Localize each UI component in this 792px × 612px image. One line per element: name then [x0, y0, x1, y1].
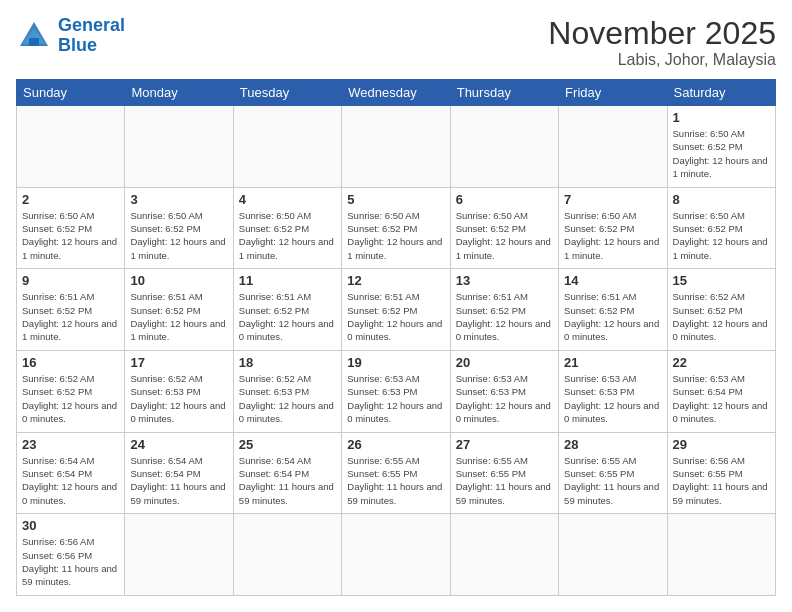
table-row: 23Sunrise: 6:54 AM Sunset: 6:54 PM Dayli…	[17, 432, 125, 514]
day-number: 22	[673, 355, 770, 370]
day-info: Sunrise: 6:56 AM Sunset: 6:56 PM Dayligh…	[22, 535, 119, 588]
day-number: 15	[673, 273, 770, 288]
day-number: 18	[239, 355, 336, 370]
day-info: Sunrise: 6:54 AM Sunset: 6:54 PM Dayligh…	[130, 454, 227, 507]
calendar-table: Sunday Monday Tuesday Wednesday Thursday…	[16, 79, 776, 596]
logo: General Blue	[16, 16, 125, 56]
col-wednesday: Wednesday	[342, 80, 450, 106]
table-row: 22Sunrise: 6:53 AM Sunset: 6:54 PM Dayli…	[667, 351, 775, 433]
day-info: Sunrise: 6:50 AM Sunset: 6:52 PM Dayligh…	[456, 209, 553, 262]
table-row	[559, 106, 667, 188]
table-row: 4Sunrise: 6:50 AM Sunset: 6:52 PM Daylig…	[233, 187, 341, 269]
table-row	[233, 514, 341, 596]
day-info: Sunrise: 6:52 AM Sunset: 6:53 PM Dayligh…	[130, 372, 227, 425]
table-row: 26Sunrise: 6:55 AM Sunset: 6:55 PM Dayli…	[342, 432, 450, 514]
table-row	[17, 106, 125, 188]
day-info: Sunrise: 6:51 AM Sunset: 6:52 PM Dayligh…	[564, 290, 661, 343]
day-info: Sunrise: 6:53 AM Sunset: 6:53 PM Dayligh…	[456, 372, 553, 425]
day-number: 16	[22, 355, 119, 370]
day-number: 2	[22, 192, 119, 207]
day-number: 1	[673, 110, 770, 125]
day-info: Sunrise: 6:51 AM Sunset: 6:52 PM Dayligh…	[456, 290, 553, 343]
day-info: Sunrise: 6:52 AM Sunset: 6:52 PM Dayligh…	[673, 290, 770, 343]
day-number: 13	[456, 273, 553, 288]
table-row: 6Sunrise: 6:50 AM Sunset: 6:52 PM Daylig…	[450, 187, 558, 269]
table-row: 9Sunrise: 6:51 AM Sunset: 6:52 PM Daylig…	[17, 269, 125, 351]
day-number: 21	[564, 355, 661, 370]
table-row: 24Sunrise: 6:54 AM Sunset: 6:54 PM Dayli…	[125, 432, 233, 514]
day-number: 4	[239, 192, 336, 207]
day-info: Sunrise: 6:53 AM Sunset: 6:54 PM Dayligh…	[673, 372, 770, 425]
day-info: Sunrise: 6:51 AM Sunset: 6:52 PM Dayligh…	[130, 290, 227, 343]
day-info: Sunrise: 6:50 AM Sunset: 6:52 PM Dayligh…	[130, 209, 227, 262]
day-number: 9	[22, 273, 119, 288]
table-row: 19Sunrise: 6:53 AM Sunset: 6:53 PM Dayli…	[342, 351, 450, 433]
day-number: 30	[22, 518, 119, 533]
day-number: 17	[130, 355, 227, 370]
day-info: Sunrise: 6:56 AM Sunset: 6:55 PM Dayligh…	[673, 454, 770, 507]
table-row: 12Sunrise: 6:51 AM Sunset: 6:52 PM Dayli…	[342, 269, 450, 351]
table-row: 30Sunrise: 6:56 AM Sunset: 6:56 PM Dayli…	[17, 514, 125, 596]
day-number: 28	[564, 437, 661, 452]
day-info: Sunrise: 6:53 AM Sunset: 6:53 PM Dayligh…	[564, 372, 661, 425]
day-info: Sunrise: 6:55 AM Sunset: 6:55 PM Dayligh…	[564, 454, 661, 507]
day-number: 12	[347, 273, 444, 288]
table-row	[233, 106, 341, 188]
table-row	[667, 514, 775, 596]
table-row: 2Sunrise: 6:50 AM Sunset: 6:52 PM Daylig…	[17, 187, 125, 269]
col-thursday: Thursday	[450, 80, 558, 106]
day-info: Sunrise: 6:51 AM Sunset: 6:52 PM Dayligh…	[347, 290, 444, 343]
day-info: Sunrise: 6:55 AM Sunset: 6:55 PM Dayligh…	[456, 454, 553, 507]
day-info: Sunrise: 6:52 AM Sunset: 6:53 PM Dayligh…	[239, 372, 336, 425]
day-number: 5	[347, 192, 444, 207]
day-info: Sunrise: 6:50 AM Sunset: 6:52 PM Dayligh…	[673, 209, 770, 262]
table-row	[125, 106, 233, 188]
table-row	[559, 514, 667, 596]
table-row: 21Sunrise: 6:53 AM Sunset: 6:53 PM Dayli…	[559, 351, 667, 433]
table-row: 17Sunrise: 6:52 AM Sunset: 6:53 PM Dayli…	[125, 351, 233, 433]
table-row: 5Sunrise: 6:50 AM Sunset: 6:52 PM Daylig…	[342, 187, 450, 269]
logo-blue: Blue	[58, 35, 97, 55]
day-number: 3	[130, 192, 227, 207]
table-row: 1Sunrise: 6:50 AM Sunset: 6:52 PM Daylig…	[667, 106, 775, 188]
day-number: 29	[673, 437, 770, 452]
day-number: 11	[239, 273, 336, 288]
table-row: 18Sunrise: 6:52 AM Sunset: 6:53 PM Dayli…	[233, 351, 341, 433]
table-row	[342, 514, 450, 596]
calendar-header-row: Sunday Monday Tuesday Wednesday Thursday…	[17, 80, 776, 106]
col-tuesday: Tuesday	[233, 80, 341, 106]
col-friday: Friday	[559, 80, 667, 106]
table-row: 25Sunrise: 6:54 AM Sunset: 6:54 PM Dayli…	[233, 432, 341, 514]
table-row: 15Sunrise: 6:52 AM Sunset: 6:52 PM Dayli…	[667, 269, 775, 351]
day-number: 7	[564, 192, 661, 207]
table-row: 11Sunrise: 6:51 AM Sunset: 6:52 PM Dayli…	[233, 269, 341, 351]
table-row: 20Sunrise: 6:53 AM Sunset: 6:53 PM Dayli…	[450, 351, 558, 433]
day-number: 10	[130, 273, 227, 288]
day-info: Sunrise: 6:50 AM Sunset: 6:52 PM Dayligh…	[22, 209, 119, 262]
table-row	[125, 514, 233, 596]
day-info: Sunrise: 6:54 AM Sunset: 6:54 PM Dayligh…	[22, 454, 119, 507]
table-row: 7Sunrise: 6:50 AM Sunset: 6:52 PM Daylig…	[559, 187, 667, 269]
svg-rect-3	[29, 38, 39, 46]
day-number: 23	[22, 437, 119, 452]
day-number: 27	[456, 437, 553, 452]
subtitle: Labis, Johor, Malaysia	[548, 51, 776, 69]
day-info: Sunrise: 6:50 AM Sunset: 6:52 PM Dayligh…	[347, 209, 444, 262]
day-number: 14	[564, 273, 661, 288]
day-info: Sunrise: 6:54 AM Sunset: 6:54 PM Dayligh…	[239, 454, 336, 507]
logo-general: General	[58, 15, 125, 35]
table-row	[450, 514, 558, 596]
table-row: 14Sunrise: 6:51 AM Sunset: 6:52 PM Dayli…	[559, 269, 667, 351]
table-row: 29Sunrise: 6:56 AM Sunset: 6:55 PM Dayli…	[667, 432, 775, 514]
table-row: 3Sunrise: 6:50 AM Sunset: 6:52 PM Daylig…	[125, 187, 233, 269]
logo-icon	[16, 18, 52, 54]
day-info: Sunrise: 6:55 AM Sunset: 6:55 PM Dayligh…	[347, 454, 444, 507]
day-info: Sunrise: 6:51 AM Sunset: 6:52 PM Dayligh…	[22, 290, 119, 343]
table-row	[342, 106, 450, 188]
day-number: 24	[130, 437, 227, 452]
day-info: Sunrise: 6:50 AM Sunset: 6:52 PM Dayligh…	[564, 209, 661, 262]
table-row: 28Sunrise: 6:55 AM Sunset: 6:55 PM Dayli…	[559, 432, 667, 514]
table-row: 13Sunrise: 6:51 AM Sunset: 6:52 PM Dayli…	[450, 269, 558, 351]
page: General Blue November 2025 Labis, Johor,…	[0, 0, 792, 612]
day-number: 26	[347, 437, 444, 452]
